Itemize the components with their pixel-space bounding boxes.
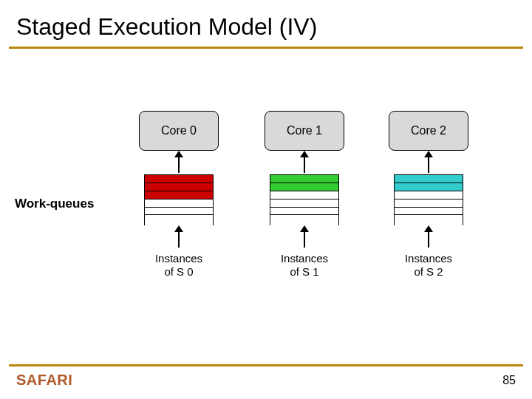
queue-slot bbox=[270, 174, 338, 183]
arrow-up-icon bbox=[428, 231, 429, 248]
queue-tail bbox=[144, 215, 214, 225]
arrow-up-icon bbox=[304, 231, 305, 248]
queue-slot bbox=[395, 183, 463, 191]
work-queue-2 bbox=[394, 174, 463, 215]
queue-slot bbox=[145, 207, 213, 215]
queue-slot bbox=[395, 207, 463, 215]
page-number: 85 bbox=[502, 374, 516, 387]
work-queue-1 bbox=[270, 174, 339, 215]
queue-slot bbox=[270, 183, 338, 191]
queue-slot bbox=[145, 183, 213, 191]
title-divider bbox=[9, 47, 523, 49]
slide-title: Staged Execution Model (IV) bbox=[0, 0, 532, 47]
arrow-up-icon bbox=[178, 157, 180, 173]
core-box-0: Core 0 bbox=[139, 111, 219, 151]
workqueues-label: Work-queues bbox=[15, 197, 94, 211]
core-column-1: Core 1 Instances of S 1 bbox=[260, 111, 349, 279]
instances-line2: of S 0 bbox=[134, 265, 223, 279]
instances-line2: of S 1 bbox=[260, 265, 349, 279]
queue-tail bbox=[394, 215, 463, 225]
instances-line1: Instances bbox=[260, 252, 349, 265]
queue-slot bbox=[395, 174, 463, 183]
instances-line1: Instances bbox=[384, 252, 473, 265]
queue-slot bbox=[145, 191, 213, 199]
safari-logo: SAFARI bbox=[16, 372, 72, 389]
instances-line2: of S 2 bbox=[384, 265, 473, 279]
instances-label-0: Instances of S 0 bbox=[134, 252, 223, 279]
queue-slot bbox=[270, 199, 338, 207]
diagram-area: Work-queues Core 0 Instances of S 0 Core… bbox=[0, 111, 532, 318]
core-column-0: Core 0 Instances of S 0 bbox=[134, 111, 223, 279]
queue-slot bbox=[270, 207, 338, 215]
instances-label-2: Instances of S 2 bbox=[384, 252, 473, 279]
arrow-up-icon bbox=[428, 157, 429, 173]
instances-label-1: Instances of S 1 bbox=[260, 252, 349, 279]
queue-tail bbox=[270, 215, 339, 225]
arrow-up-icon bbox=[178, 231, 180, 248]
queue-slot bbox=[395, 199, 463, 207]
queue-slot bbox=[395, 191, 463, 199]
work-queue-0 bbox=[144, 174, 214, 215]
instances-line1: Instances bbox=[134, 252, 223, 265]
queue-slot bbox=[145, 199, 213, 207]
queue-slot bbox=[270, 191, 338, 199]
arrow-up-icon bbox=[304, 157, 305, 173]
core-box-2: Core 2 bbox=[389, 111, 468, 151]
core-box-1: Core 1 bbox=[265, 111, 344, 151]
queue-slot bbox=[145, 174, 213, 183]
footer-divider bbox=[9, 364, 523, 366]
core-column-2: Core 2 Instances of S 2 bbox=[384, 111, 473, 279]
